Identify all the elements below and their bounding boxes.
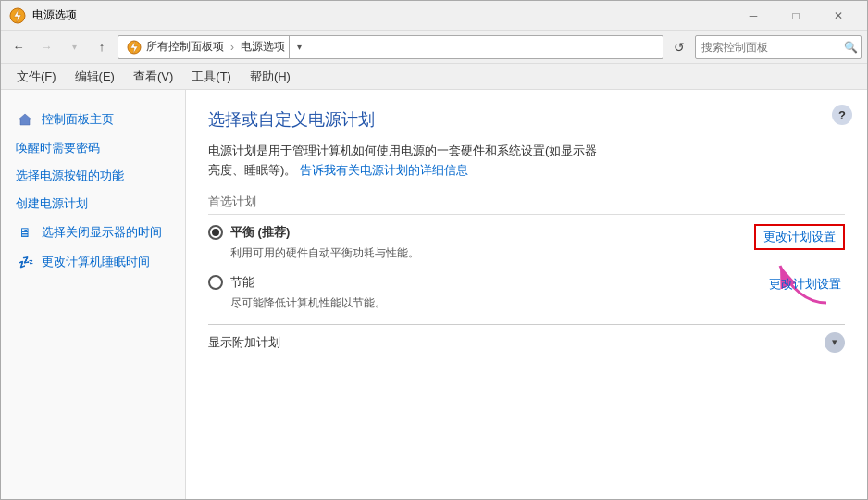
menu-edit[interactable]: 编辑(E) <box>67 65 123 89</box>
menubar: 文件(F) 编辑(E) 查看(V) 工具(T) 帮助(H) <box>1 64 867 90</box>
address-dropdown[interactable]: ▾ <box>289 35 309 59</box>
sidebar-item-power-button-label: 选择电源按钮的功能 <box>16 168 124 184</box>
minimize-button[interactable]: ─ <box>732 1 775 31</box>
menu-view[interactable]: 查看(V) <box>125 65 181 89</box>
maximize-button[interactable]: □ <box>775 1 817 31</box>
forward-button[interactable]: → <box>34 35 58 59</box>
description-link[interactable]: 告诉我有关电源计划的详细信息 <box>300 163 468 177</box>
address-icon <box>126 39 143 56</box>
sidebar-item-sleep-label: 更改计算机睡眠时间 <box>42 254 150 270</box>
search-input[interactable] <box>701 41 840 54</box>
description: 电源计划是用于管理计算机如何使用电源的一套硬件和系统设置(如显示器 亮度、睡眠等… <box>208 142 689 181</box>
sidebar-item-home[interactable]: 控制面板主页 <box>1 105 185 134</box>
window-title: 电源选项 <box>32 7 732 23</box>
sidebar-item-sleep-time[interactable]: 💤 更改计算机睡眠时间 <box>1 248 185 278</box>
address-box: 所有控制面板项 › 电源选项 ▾ <box>118 35 663 59</box>
radio-balanced[interactable] <box>208 225 223 240</box>
menu-help[interactable]: 帮助(H) <box>242 65 299 89</box>
plan-row-economy: 节能 尽可能降低计算机性能以节能。 更改计划设置 <box>208 274 845 311</box>
sidebar-item-create-plan-label: 创建电源计划 <box>16 195 88 212</box>
breadcrumb-root: 所有控制面板项 <box>146 39 224 55</box>
preferred-section-header: 首选计划 <box>208 194 845 215</box>
help-icon[interactable]: ? <box>832 105 852 125</box>
home-icon <box>16 110 34 129</box>
show-more-label: 显示附加计划 <box>208 334 280 351</box>
plan-balanced-name: 平衡 (推荐) <box>230 224 290 241</box>
content-area: 控制面板主页 唤醒时需要密码 选择电源按钮的功能 创建电源计划 🖥 选择关闭显示… <box>1 90 867 499</box>
plan-balanced-info: 平衡 (推荐) 利用可用的硬件自动平衡功耗与性能。 <box>208 224 736 261</box>
plan-economy-name: 节能 <box>230 274 254 291</box>
sidebar-item-create-plan[interactable]: 创建电源计划 <box>1 190 185 218</box>
sidebar-item-display-label: 选择关闭显示器的时间 <box>42 224 162 241</box>
titlebar-controls: ─ □ ✕ <box>732 1 860 31</box>
search-box: 🔍 <box>695 35 862 59</box>
recent-button[interactable]: ▾ <box>62 35 86 59</box>
display-icon: 🖥 <box>16 224 34 243</box>
show-more-row[interactable]: 显示附加计划 ▾ <box>208 324 845 353</box>
plan-balanced-desc: 利用可用的硬件自动平衡功耗与性能。 <box>230 244 736 261</box>
back-button[interactable]: ← <box>6 35 31 59</box>
window: 电源选项 ─ □ ✕ ← → ▾ ↑ 所有控制面板项 › 电源选项 ▾ ↺ <box>0 0 868 500</box>
page-title: 选择或自定义电源计划 <box>208 108 845 131</box>
sidebar-item-display-time[interactable]: 🖥 选择关闭显示器的时间 <box>1 219 185 248</box>
sleep-icon: 💤 <box>16 254 34 272</box>
menu-tools[interactable]: 工具(T) <box>183 65 240 89</box>
desc-line1: 电源计划是用于管理计算机如何使用电源的一套硬件和系统设置(如显示器 <box>208 144 597 157</box>
desc-line2: 亮度、睡眠等)。 <box>208 163 296 177</box>
addressbar: ← → ▾ ↑ 所有控制面板项 › 电源选项 ▾ ↺ 🔍 <box>1 31 867 64</box>
svg-marker-4 <box>19 114 31 125</box>
sidebar-item-power-button[interactable]: 选择电源按钮的功能 <box>1 162 185 190</box>
plan-economy-info: 节能 尽可能降低计算机性能以节能。 <box>208 274 747 311</box>
sidebar-item-password-label: 唤醒时需要密码 <box>16 140 100 156</box>
change-plan-balanced-button[interactable]: 更改计划设置 <box>754 224 845 250</box>
window-icon <box>8 6 27 25</box>
plan-row-balanced: 平衡 (推荐) 利用可用的硬件自动平衡功耗与性能。 更改计划设置 <box>208 224 845 261</box>
breadcrumb-separator: › <box>230 41 234 54</box>
menu-file[interactable]: 文件(F) <box>8 65 65 89</box>
sidebar: 控制面板主页 唤醒时需要密码 选择电源按钮的功能 创建电源计划 🖥 选择关闭显示… <box>1 90 186 499</box>
close-button[interactable]: ✕ <box>817 1 860 31</box>
search-icon: 🔍 <box>844 41 858 54</box>
sidebar-item-home-label: 控制面板主页 <box>42 111 114 128</box>
breadcrumb-current: 电源选项 <box>241 39 285 55</box>
plan-balanced-name-row: 平衡 (推荐) <box>208 224 736 241</box>
radio-economy[interactable] <box>208 275 223 290</box>
plan-economy-name-row: 节能 <box>208 274 747 291</box>
plan-economy-desc: 尽可能降低计算机性能以节能。 <box>230 294 747 311</box>
up-button[interactable]: ↑ <box>90 35 114 59</box>
change-plan-economy-button[interactable]: 更改计划设置 <box>765 274 845 294</box>
main-panel: ? 选择或自定义电源计划 电源计划是用于管理计算机如何使用电源的一套硬件和系统设… <box>186 90 867 499</box>
refresh-button[interactable]: ↺ <box>667 35 691 59</box>
titlebar: 电源选项 ─ □ ✕ <box>1 1 867 31</box>
chevron-down-icon: ▾ <box>825 332 845 353</box>
sidebar-item-password[interactable]: 唤醒时需要密码 <box>1 134 185 162</box>
